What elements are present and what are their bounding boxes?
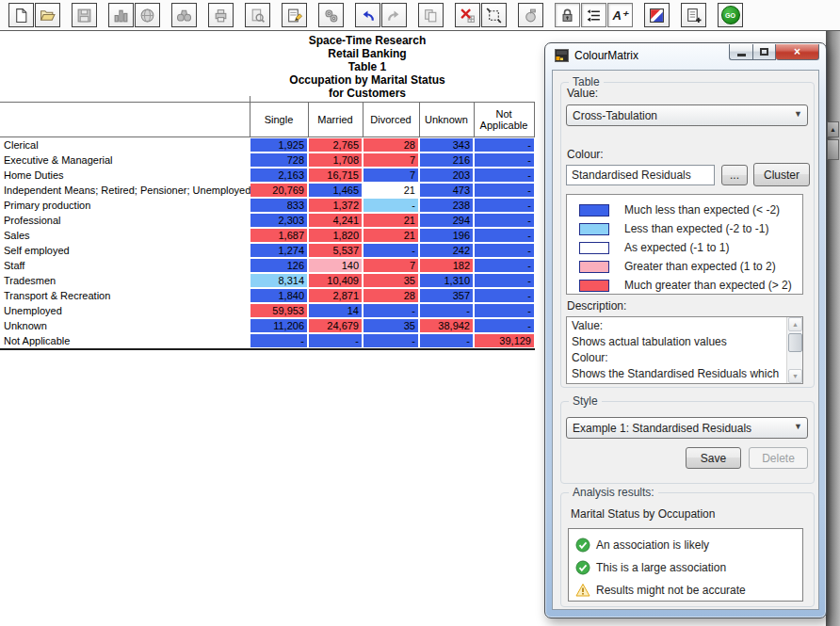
go-button[interactable]: GO bbox=[718, 3, 743, 27]
table-cell[interactable]: 728 bbox=[250, 153, 307, 167]
table-cell[interactable]: 28 bbox=[363, 138, 418, 152]
row-label[interactable]: Primary production bbox=[4, 198, 90, 213]
table-cell[interactable]: 21 bbox=[363, 184, 418, 197]
table-cell[interactable]: 5,537 bbox=[309, 244, 362, 257]
table-cell[interactable]: 1,820 bbox=[309, 229, 362, 242]
table-cell[interactable]: 1,925 bbox=[250, 138, 307, 152]
copy-button[interactable] bbox=[418, 3, 444, 27]
table-cell[interactable]: 35 bbox=[363, 274, 418, 287]
table-cell[interactable]: 39,129 bbox=[475, 334, 534, 347]
table-cell[interactable]: 38,942 bbox=[420, 319, 473, 332]
table-cell[interactable]: 833 bbox=[250, 199, 307, 212]
table-cell[interactable]: - bbox=[475, 169, 534, 182]
table-cell[interactable]: 1,274 bbox=[250, 244, 307, 257]
column-header-single[interactable]: Single bbox=[250, 102, 308, 136]
legend-item[interactable]: Much less than expected (< -2) bbox=[567, 201, 802, 219]
table-cell[interactable]: 10,409 bbox=[309, 274, 362, 287]
table-cell[interactable]: 357 bbox=[420, 289, 473, 302]
table-cell[interactable]: 7 bbox=[363, 153, 418, 167]
table-cell[interactable]: 2,765 bbox=[309, 138, 362, 152]
table-cell[interactable]: 11,206 bbox=[250, 319, 307, 332]
table-cell[interactable]: - bbox=[420, 334, 473, 347]
table-cell[interactable]: 4,241 bbox=[309, 214, 362, 227]
column-header-unknown[interactable]: Unknown bbox=[419, 102, 474, 136]
table-cell[interactable]: 8,314 bbox=[250, 274, 307, 287]
close-button[interactable]: × bbox=[776, 44, 819, 60]
table-cell[interactable]: - bbox=[475, 304, 534, 317]
new-document-button[interactable] bbox=[8, 3, 34, 27]
table-cell[interactable]: - bbox=[475, 289, 534, 302]
edit-table-button[interactable] bbox=[282, 3, 307, 27]
table-cell[interactable]: - bbox=[420, 304, 473, 317]
table-cell[interactable]: 473 bbox=[420, 184, 473, 197]
table-cell[interactable]: 216 bbox=[420, 153, 473, 167]
redo-button[interactable] bbox=[381, 3, 407, 27]
table-cell[interactable]: - bbox=[475, 274, 534, 287]
table-cell[interactable]: 1,465 bbox=[309, 184, 362, 197]
delete-style-button[interactable]: Delete bbox=[749, 447, 808, 469]
row-label[interactable]: Independent Means; Retired; Pensioner; U… bbox=[4, 183, 250, 198]
column-header-divorced[interactable]: Divorced bbox=[363, 102, 419, 136]
row-label[interactable]: Home Duties bbox=[4, 168, 64, 183]
legend-item[interactable]: Greater than expected (1 to 2) bbox=[567, 257, 802, 276]
table-cell[interactable]: 182 bbox=[420, 259, 473, 272]
table-cell[interactable]: 1,708 bbox=[309, 153, 362, 167]
table-cell[interactable]: - bbox=[363, 244, 418, 257]
row-label[interactable]: Transport & Recreation bbox=[4, 288, 110, 303]
row-label[interactable]: Unknown bbox=[4, 318, 47, 333]
scroll-down-icon[interactable]: ▼ bbox=[788, 369, 802, 383]
map-view-button[interactable] bbox=[135, 3, 160, 27]
chart-view-button[interactable] bbox=[108, 3, 134, 27]
table-cell[interactable]: - bbox=[475, 259, 534, 272]
add-table-button[interactable] bbox=[681, 3, 706, 27]
row-label[interactable]: Tradesmen bbox=[4, 273, 56, 288]
colour-matrix-button[interactable] bbox=[644, 3, 670, 27]
row-label[interactable]: Executive & Managerial bbox=[4, 152, 113, 168]
font-size-button[interactable]: A⁺ bbox=[607, 3, 633, 27]
table-cell[interactable]: - bbox=[250, 334, 307, 347]
table-cell[interactable]: 24,679 bbox=[309, 319, 362, 332]
row-label[interactable]: Sales bbox=[4, 228, 30, 243]
table-cell[interactable]: 343 bbox=[420, 138, 473, 152]
table-cell[interactable]: - bbox=[363, 304, 418, 317]
lock-button[interactable] bbox=[555, 3, 580, 27]
table-cell[interactable]: - bbox=[475, 153, 534, 167]
table-cell[interactable]: 16,715 bbox=[309, 169, 362, 182]
table-cell[interactable]: - bbox=[475, 214, 534, 227]
legend-item[interactable]: Less than expected (-2 to -1) bbox=[567, 219, 802, 238]
table-cell[interactable]: 140 bbox=[309, 259, 362, 272]
scroll-up-icon[interactable]: ▲ bbox=[788, 317, 802, 331]
table-cell[interactable]: - bbox=[363, 199, 418, 212]
row-label[interactable]: Not Applicable bbox=[4, 333, 70, 348]
table-cell[interactable]: 7 bbox=[363, 259, 418, 272]
goto-cell-button[interactable] bbox=[518, 3, 543, 27]
table-cell[interactable]: 2,303 bbox=[250, 214, 307, 227]
table-cell[interactable]: - bbox=[475, 229, 534, 242]
row-label[interactable]: Self employed bbox=[4, 243, 70, 258]
open-file-button[interactable] bbox=[35, 3, 60, 27]
table-cell[interactable]: 21 bbox=[363, 214, 418, 227]
table-cell[interactable]: 294 bbox=[420, 214, 473, 227]
table-cell[interactable]: 35 bbox=[363, 319, 418, 332]
table-cell[interactable]: - bbox=[475, 244, 534, 257]
table-cell[interactable]: 242 bbox=[420, 244, 473, 257]
table-cell[interactable]: - bbox=[475, 319, 534, 332]
print-button[interactable] bbox=[208, 3, 234, 27]
table-cell[interactable]: 238 bbox=[420, 199, 473, 212]
table-cell[interactable]: 1,840 bbox=[250, 289, 307, 302]
find-button[interactable] bbox=[171, 3, 197, 27]
print-preview-button[interactable] bbox=[245, 3, 270, 27]
resize-table-button[interactable] bbox=[481, 3, 507, 27]
undo-button[interactable] bbox=[355, 3, 380, 27]
legend-listbox[interactable]: Much less than expected (< -2)Less than … bbox=[566, 194, 803, 295]
table-cell[interactable]: 203 bbox=[420, 169, 473, 182]
table-cell[interactable]: 7 bbox=[363, 169, 418, 182]
table-cell[interactable]: - bbox=[475, 199, 534, 212]
table-cell[interactable]: 126 bbox=[250, 259, 307, 272]
row-label[interactable]: Professional bbox=[4, 213, 61, 228]
description-scroll-thumb[interactable] bbox=[788, 333, 802, 352]
table-cell[interactable]: 59,953 bbox=[250, 304, 307, 317]
column-header-married[interactable]: Married bbox=[308, 102, 363, 136]
table-cell[interactable]: 2,871 bbox=[309, 289, 362, 302]
save-button[interactable] bbox=[72, 3, 97, 27]
